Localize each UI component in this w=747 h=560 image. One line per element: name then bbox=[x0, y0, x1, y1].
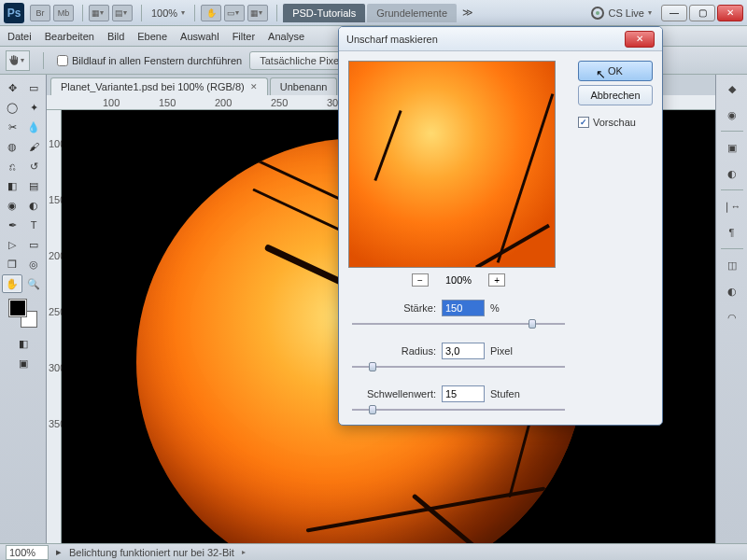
minibridge-button[interactable]: Mb bbox=[53, 5, 74, 21]
hand-tool[interactable]: ✋ bbox=[2, 274, 22, 293]
preview-zoom-out-button[interactable]: − bbox=[412, 273, 429, 287]
swatches-panel-icon[interactable]: ◉ bbox=[721, 105, 743, 125]
foreground-color[interactable] bbox=[9, 300, 26, 316]
actual-pixels-button[interactable]: Tatsächliche Pixel bbox=[249, 51, 351, 70]
view-rulers-button[interactable]: ▤▾ bbox=[112, 5, 133, 21]
menu-analysis[interactable]: Analyse bbox=[268, 31, 304, 42]
gradient-tool[interactable]: ▤ bbox=[23, 176, 44, 195]
dodge-tool[interactable]: ◐ bbox=[23, 196, 44, 215]
statusbar: 100% ▸ Belichtung funktioniert nur bei 3… bbox=[0, 543, 747, 560]
workspace-tab-tutorials[interactable]: PSD-Tutorials bbox=[283, 4, 365, 22]
color-panel-icon[interactable]: ◆ bbox=[721, 78, 743, 99]
threshold-unit: Stufen bbox=[490, 388, 520, 399]
scroll-all-label: Bildlauf in allen Fenstern durchführen bbox=[72, 55, 242, 66]
scroll-all-checkbox[interactable]: Bildlauf in allen Fenstern durchführen bbox=[57, 55, 242, 66]
document-tab-title: Planet_Variante1.psd bei 100% (RGB/8) bbox=[61, 81, 245, 92]
screenmode-toggle[interactable]: ▣ bbox=[13, 354, 34, 372]
cancel-button[interactable]: Abbrechen bbox=[578, 85, 653, 105]
arrange-button[interactable]: ▦▾ bbox=[247, 5, 268, 21]
history-brush-tool[interactable]: ↺ bbox=[23, 157, 44, 175]
document-tab[interactable]: Planet_Variante1.psd bei 100% (RGB/8) ✕ bbox=[50, 77, 268, 95]
crop-tool[interactable]: ✂ bbox=[2, 118, 22, 136]
preview-checkbox-label: Vorschau bbox=[593, 117, 636, 128]
hand-icon bbox=[7, 54, 21, 67]
bridge-button[interactable]: Br bbox=[30, 5, 50, 21]
ruler-vertical: 100 150 200 250 300 350 bbox=[47, 110, 62, 543]
path-select-tool[interactable]: ▷ bbox=[2, 235, 22, 254]
cslive-menu[interactable]: CS Live▾ bbox=[591, 7, 655, 20]
current-tool-hand-icon[interactable]: ▾ bbox=[6, 50, 30, 71]
toolbox: ✥▭ ◯✦ ✂💧 ◍🖌 ⎌↺ ◧▤ ◉◐ ✒T ▷▭ ❒◎ ✋🔍 ◧ ▣ bbox=[0, 75, 47, 543]
character-panel-icon[interactable]: ❘↔ bbox=[721, 196, 743, 217]
maximize-button[interactable]: ▢ bbox=[689, 5, 715, 21]
blur-tool[interactable]: ◉ bbox=[2, 196, 22, 215]
radius-unit: Pixel bbox=[490, 345, 513, 357]
stamp-tool[interactable]: ⎌ bbox=[2, 157, 22, 175]
cursor-icon: ↖ bbox=[596, 67, 606, 81]
screen-mode-button[interactable]: ▭▾ bbox=[224, 5, 245, 21]
menu-filter[interactable]: Filter bbox=[233, 31, 255, 42]
threshold-input[interactable] bbox=[442, 385, 485, 402]
eraser-tool[interactable]: ◧ bbox=[2, 176, 22, 195]
dialog-close-button[interactable]: ✕ bbox=[625, 31, 655, 48]
app-titlebar: Ps Br Mb ▦▾ ▤▾ 100%▾ ✋ ▭▾ ▦▾ PSD-Tutoria… bbox=[0, 0, 747, 26]
dialog-title: Unscharf maskieren bbox=[346, 34, 625, 45]
heal-tool[interactable]: ◍ bbox=[2, 137, 22, 156]
type-tool[interactable]: T bbox=[23, 216, 44, 234]
workspace-more[interactable]: ≫ bbox=[462, 7, 473, 19]
color-swatches[interactable] bbox=[9, 300, 37, 328]
menu-file[interactable]: Datei bbox=[7, 31, 32, 42]
hand-tool-titlebar[interactable]: ✋ bbox=[201, 5, 221, 21]
threshold-slider[interactable] bbox=[352, 404, 565, 415]
brush-tool[interactable]: 🖌 bbox=[23, 137, 44, 156]
preview-checkbox[interactable]: ✓ Vorschau bbox=[578, 117, 653, 128]
lasso-tool[interactable]: ◯ bbox=[2, 98, 22, 117]
dialog-titlebar[interactable]: Unscharf maskieren ✕ bbox=[339, 27, 662, 51]
status-arrow-icon[interactable]: ▸ bbox=[56, 546, 62, 558]
filter-preview[interactable] bbox=[348, 61, 556, 268]
quickmask-toggle[interactable]: ◧ bbox=[13, 334, 34, 353]
threshold-label: Schwellenwert: bbox=[348, 388, 436, 399]
layers-panel-icon[interactable]: ◫ bbox=[721, 255, 743, 275]
preview-zoom-in-button[interactable]: + bbox=[488, 273, 505, 287]
marquee-tool[interactable]: ▭ bbox=[23, 78, 44, 97]
adjustments-panel-icon[interactable]: ▣ bbox=[721, 137, 743, 158]
wand-tool[interactable]: ✦ bbox=[23, 98, 44, 117]
pen-tool[interactable]: ✒ bbox=[2, 216, 22, 234]
shape-tool[interactable]: ▭ bbox=[23, 235, 44, 254]
radius-input[interactable] bbox=[442, 343, 485, 359]
strength-slider[interactable] bbox=[352, 318, 565, 329]
radius-slider[interactable] bbox=[352, 361, 565, 372]
cslive-icon bbox=[591, 7, 604, 20]
close-button[interactable]: ✕ bbox=[717, 5, 743, 21]
document-tab-title: Unbenann bbox=[280, 81, 328, 92]
3d-tool[interactable]: ❒ bbox=[2, 255, 22, 273]
masks-panel-icon[interactable]: ◐ bbox=[721, 163, 743, 184]
status-message: Belichtung funktioniert nur bei 32-Bit bbox=[69, 547, 234, 558]
menu-edit[interactable]: Bearbeiten bbox=[45, 31, 94, 42]
menu-layer[interactable]: Ebene bbox=[137, 31, 167, 42]
channels-panel-icon[interactable]: ◐ bbox=[721, 281, 743, 301]
move-tool[interactable]: ✥ bbox=[2, 78, 22, 97]
zoom-tool[interactable]: 🔍 bbox=[23, 274, 44, 293]
paragraph-panel-icon[interactable]: ¶ bbox=[721, 222, 743, 243]
document-tab[interactable]: Unbenann bbox=[270, 77, 338, 95]
document-tab-close-icon[interactable]: ✕ bbox=[250, 82, 258, 91]
minimize-button[interactable]: — bbox=[661, 5, 687, 21]
view-extras-button[interactable]: ▦▾ bbox=[89, 5, 109, 21]
menu-select[interactable]: Auswahl bbox=[180, 31, 219, 42]
zoom-level[interactable]: 100% bbox=[151, 7, 177, 19]
unsharp-mask-dialog: Unscharf maskieren ✕ − 100% + Stärke: % … bbox=[338, 26, 663, 426]
strength-input[interactable] bbox=[442, 300, 485, 316]
eyedropper-tool[interactable]: 💧 bbox=[23, 118, 44, 136]
workspace-tab-essentials[interactable]: Grundelemente bbox=[367, 4, 457, 22]
preview-zoom-level: 100% bbox=[445, 274, 472, 286]
menu-image[interactable]: Bild bbox=[107, 31, 124, 42]
radius-label: Radius: bbox=[348, 345, 436, 357]
strength-unit: % bbox=[490, 302, 500, 314]
checkbox-checked-icon: ✓ bbox=[578, 117, 589, 128]
status-zoom[interactable]: 100% bbox=[6, 545, 49, 560]
paths-panel-icon[interactable]: ◠ bbox=[721, 307, 743, 328]
3d-camera-tool[interactable]: ◎ bbox=[23, 255, 44, 273]
ok-button[interactable]: OK ↖ bbox=[578, 61, 653, 81]
